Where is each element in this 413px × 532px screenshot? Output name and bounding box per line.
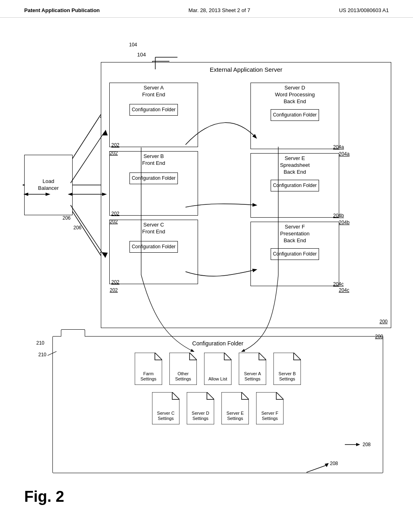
file-other-settings-label: OtherSettings — [169, 371, 197, 382]
server-d-title: Server D Word Processing Back End — [251, 83, 339, 107]
header-left: Patent Application Publication — [24, 7, 100, 13]
ref-202c: 202 — [111, 279, 119, 285]
server-b-box: Server B Front End Configuration Folder — [109, 151, 198, 216]
page: Patent Application Publication Mar. 28, … — [0, 0, 413, 532]
ref-200: 200 — [380, 319, 388, 324]
file-server-e-settings-label: Server ESettings — [221, 411, 249, 421]
server-f-config: Configuration Folder — [271, 248, 319, 260]
file-server-c-settings-label: Server CSettings — [152, 411, 179, 421]
ref-204a: 204a — [333, 144, 344, 150]
server-b-config: Configuration Folder — [129, 172, 178, 185]
file-server-c-settings: Server CSettings — [152, 392, 179, 424]
fig-label: Fig. 2 — [24, 488, 64, 505]
server-f-title: Server F Presentation Back End — [251, 222, 339, 246]
file-server-e-settings: Server ESettings — [221, 392, 249, 424]
file-server-d-settings-label: Server DSettings — [187, 411, 214, 421]
file-server-a-settings-label: Server ASettings — [239, 371, 266, 382]
ref-208-area: 208 — [345, 441, 371, 449]
external-server-title: External Application Server — [101, 62, 391, 77]
ref-202a: 202 — [111, 142, 119, 148]
ref-204b: 204b — [333, 213, 344, 218]
server-c-box: Server C Front End Configuration Folder — [109, 220, 198, 284]
server-d-config: Configuration Folder — [271, 109, 319, 121]
file-allow-list-label: Allow List — [204, 376, 232, 382]
file-server-f-settings-label: Server FSettings — [256, 411, 284, 421]
ref-210: 210 — [36, 340, 44, 346]
server-c-config: Configuration Folder — [129, 241, 178, 253]
file-server-b-settings: Server BSettings — [273, 353, 301, 385]
header-center: Mar. 28, 2013 Sheet 2 of 7 — [188, 7, 250, 13]
server-f-box: Server F Presentation Back End Configura… — [250, 222, 339, 286]
svg-text:104: 104 — [137, 52, 146, 58]
file-server-b-settings-label: Server BSettings — [273, 371, 301, 382]
diagram-area: 104 External Application Server Server A… — [0, 18, 413, 517]
ref-208: 208 — [363, 442, 371, 447]
file-other-settings: OtherSettings — [169, 353, 197, 385]
server-e-box: Server E Spreadsheet Back End Configurat… — [250, 153, 339, 218]
file-server-d-settings: Server DSettings — [187, 392, 214, 424]
server-b-title: Server B Front End — [110, 152, 198, 168]
server-a-config: Configuration Folder — [129, 104, 178, 116]
file-farm-settings: FarmSettings — [135, 353, 162, 385]
svg-line-35 — [71, 133, 104, 183]
server-d-box: Server D Word Processing Back End Config… — [250, 83, 339, 149]
server-a-title: Server A Front End — [110, 83, 198, 100]
central-config-box: Configuration Folder FarmSettings — [52, 336, 383, 473]
svg-text:206: 206 — [73, 225, 81, 231]
file-farm-settings-label: FarmSettings — [135, 371, 162, 382]
load-balancer-box: Load Balancer — [24, 155, 73, 215]
svg-line-40 — [71, 205, 104, 256]
file-allow-list: Allow List — [204, 353, 232, 385]
server-c-title: Server C Front End — [110, 220, 198, 237]
ref-206: 206 — [63, 215, 71, 221]
file-server-f-settings: Server FSettings — [256, 392, 284, 424]
load-balancer-title: Load Balancer — [37, 177, 59, 193]
external-server-box: External Application Server Server A Fro… — [101, 62, 391, 328]
ref-202b: 202 — [111, 211, 119, 216]
header-right: US 2013/0080603 A1 — [339, 7, 389, 13]
ref-204c: 204c — [333, 281, 344, 287]
file-server-a-settings: Server ASettings — [239, 353, 266, 385]
server-e-title: Server E Spreadsheet Back End — [251, 154, 339, 177]
ref-104: 104 — [129, 42, 137, 48]
svg-text:210: 210 — [38, 352, 46, 357]
svg-marker-28 — [356, 443, 360, 446]
server-e-config: Configuration Folder — [271, 180, 319, 192]
central-config-title: Configuration Folder — [53, 337, 383, 349]
header: Patent Application Publication Mar. 28, … — [0, 0, 413, 18]
server-a-box: Server A Front End Configuration Folder — [109, 83, 198, 147]
